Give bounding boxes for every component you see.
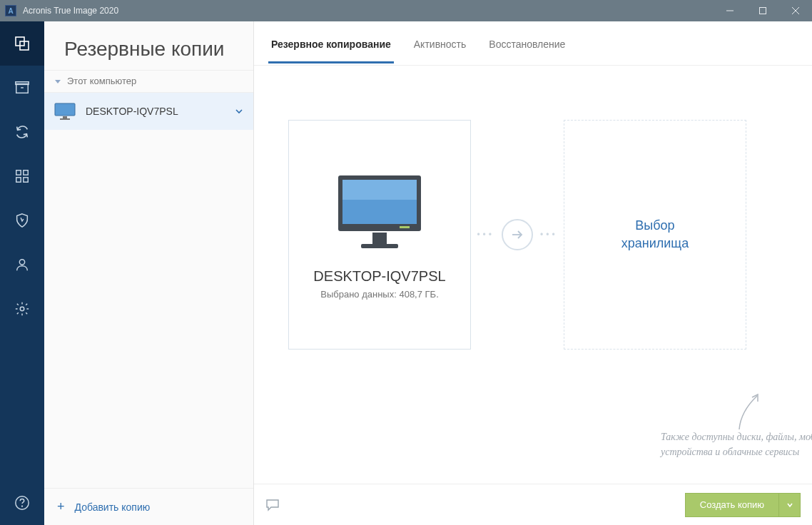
plus-icon: +	[57, 499, 65, 514]
monitor-large-icon	[330, 170, 430, 255]
svg-rect-18	[55, 103, 75, 116]
sidebar: Резервные копии Этот компьютер DESKTOP-I…	[44, 21, 254, 525]
svg-rect-6	[16, 84, 29, 93]
svg-rect-1	[760, 8, 766, 14]
svg-rect-26	[400, 226, 410, 228]
tab-restore[interactable]: Восстановление	[486, 24, 568, 63]
hint-text: Также доступны диски, файлы, мобильные у…	[661, 429, 812, 459]
bottom-bar: Создать копию	[254, 484, 812, 525]
create-backup-label: Создать копию	[686, 499, 778, 510]
main-panel: Резервное копирование Активность Восстан…	[254, 21, 812, 525]
dots-left-icon: •••	[477, 230, 494, 240]
nav-rail	[0, 21, 44, 525]
add-backup-button[interactable]: + Добавить копию	[44, 488, 253, 525]
sidebar-section-label: Этот компьютер	[67, 76, 136, 86]
close-button[interactable]	[779, 0, 812, 21]
sidebar-header: Резервные копии	[44, 21, 253, 70]
nav-archive[interactable]	[0, 66, 44, 110]
source-card[interactable]: DESKTOP-IQV7PSL Выбрано данных: 408,7 ГБ…	[288, 120, 471, 350]
svg-rect-7	[16, 82, 29, 85]
svg-rect-12	[24, 178, 28, 182]
svg-rect-24	[372, 233, 387, 244]
destination-card[interactable]: Выбор хранилища	[564, 120, 746, 350]
nav-help[interactable]	[0, 481, 44, 525]
svg-marker-17	[55, 80, 61, 83]
window-controls	[714, 0, 812, 21]
chevron-down-icon	[235, 107, 243, 116]
svg-point-13	[19, 260, 24, 265]
svg-rect-9	[16, 170, 21, 175]
cards-row: DESKTOP-IQV7PSL Выбрано данных: 408,7 ГБ…	[288, 120, 792, 350]
svg-rect-20	[60, 118, 70, 120]
svg-rect-11	[16, 178, 21, 182]
backup-item-name: DESKTOP-IQV7PSL	[86, 106, 235, 117]
comment-icon[interactable]	[265, 499, 280, 511]
svg-point-16	[22, 506, 23, 506]
monitor-icon	[54, 103, 76, 120]
source-card-title: DESKTOP-IQV7PSL	[313, 268, 445, 285]
backup-list-item[interactable]: DESKTOP-IQV7PSL	[44, 93, 253, 130]
nav-sync[interactable]	[0, 110, 44, 154]
source-card-subtitle: Выбрано данных: 408,7 ГБ.	[320, 289, 439, 300]
nav-protection[interactable]	[0, 198, 44, 243]
minimize-button[interactable]	[714, 0, 746, 21]
arrow-connector: ••• •••	[471, 219, 564, 250]
titlebar: A Acronis True Image 2020	[0, 0, 812, 21]
dest-line1: Выбор	[635, 218, 674, 233]
arrow-right-icon	[502, 219, 533, 250]
app-icon: A	[0, 0, 21, 21]
svg-rect-25	[361, 244, 398, 248]
sidebar-section-thispc[interactable]: Этот компьютер	[44, 70, 253, 93]
hint-arrow-icon	[732, 390, 768, 433]
dest-line2: хранилища	[621, 236, 689, 250]
nav-account[interactable]	[0, 243, 44, 287]
add-backup-label: Добавить копию	[75, 501, 151, 513]
svg-rect-19	[63, 116, 67, 118]
svg-point-14	[20, 307, 24, 311]
svg-rect-23	[342, 180, 417, 200]
nav-backup[interactable]	[0, 21, 44, 66]
nav-tools[interactable]	[0, 154, 44, 198]
destination-card-text: Выбор хранилища	[621, 217, 689, 253]
content-area: DESKTOP-IQV7PSL Выбрано данных: 408,7 ГБ…	[254, 66, 812, 484]
tabs: Резервное копирование Активность Восстан…	[254, 21, 812, 66]
dots-right-icon: •••	[540, 230, 558, 240]
nav-settings[interactable]	[0, 287, 44, 331]
sidebar-heading: Резервные копии	[64, 37, 238, 61]
app-icon-letter: A	[5, 5, 16, 16]
tab-backup[interactable]: Резервное копирование	[268, 24, 394, 63]
create-backup-dropdown[interactable]	[778, 494, 800, 516]
window-title: Acronis True Image 2020	[21, 6, 714, 16]
create-backup-button[interactable]: Создать копию	[685, 493, 801, 517]
tab-activity[interactable]: Активность	[411, 24, 470, 63]
maximize-button[interactable]	[746, 0, 779, 21]
svg-rect-10	[24, 170, 28, 175]
caret-down-icon	[54, 78, 61, 85]
